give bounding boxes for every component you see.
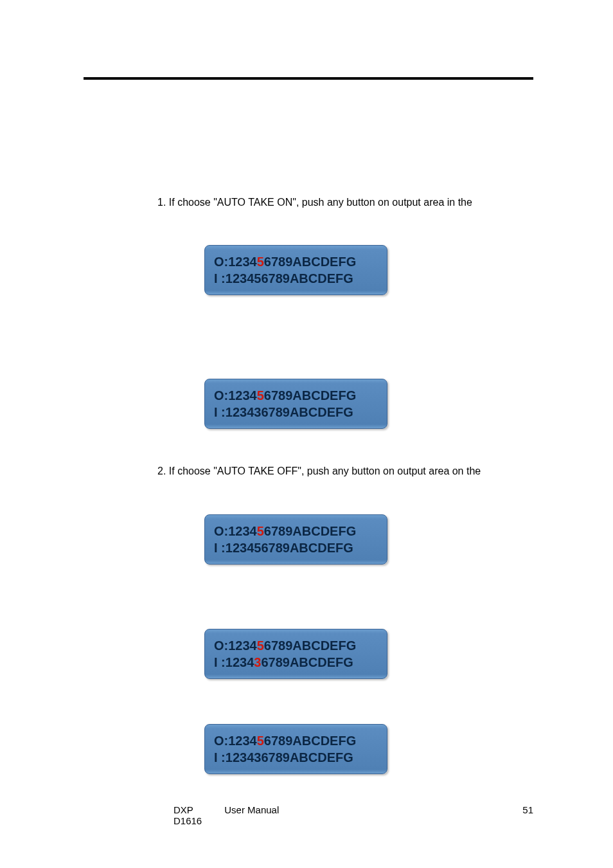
- footer-page-num: 51: [482, 804, 533, 826]
- footer-title: User Manual: [202, 804, 482, 826]
- lcd-o-hl: 5: [257, 734, 264, 748]
- lcd-i-hl: 3: [254, 655, 261, 669]
- lcd-o-pre: O:1234: [214, 255, 257, 269]
- lcd-i-pre: I :123436789ABCDEFG: [214, 405, 353, 419]
- page-content: 1. If choose "AUTO TAKE ON", push any bu…: [84, 77, 533, 809]
- lcd-screen-4: O:123456789ABCDEFG I :123436789ABCDEFG: [204, 629, 533, 679]
- lcd-display: O:123456789ABCDEFG I :123436789ABCDEFG: [204, 379, 387, 429]
- lcd-display: O:123456789ABCDEFG I :123436789ABCDEFG: [204, 724, 387, 774]
- header-rule: [84, 77, 533, 80]
- lcd-i-pre: I :123456789ABCDEFG: [214, 541, 353, 555]
- lcd-display: O:123456789ABCDEFG I :123436789ABCDEFG: [204, 629, 387, 679]
- lcd-screen-1: O:123456789ABCDEFG I :123456789ABCDEFG: [204, 245, 533, 295]
- lcd-o-pre: O:1234: [214, 638, 257, 653]
- lcd-i-pre: I :123456789ABCDEFG: [214, 271, 353, 285]
- lcd-o-pre: O:1234: [214, 388, 257, 402]
- lcd-o-pre: O:1234: [214, 524, 257, 538]
- lcd-screen-2: O:123456789ABCDEFG I :123436789ABCDEFG: [204, 379, 533, 429]
- lcd-display: O:123456789ABCDEFG I :123456789ABCDEFG: [204, 245, 387, 295]
- lcd-i-pre: I :123436789ABCDEFG: [214, 750, 353, 764]
- lcd-o-post: 6789ABCDEFG: [264, 524, 356, 538]
- lcd-o-hl: 5: [257, 255, 264, 269]
- paragraph-1: 1. If choose "AUTO TAKE ON", push any bu…: [157, 195, 533, 210]
- lcd-o-post: 6789ABCDEFG: [264, 255, 356, 269]
- lcd-o-post: 6789ABCDEFG: [264, 734, 356, 748]
- lcd-i-post: 6789ABCDEFG: [261, 655, 353, 669]
- lcd-o-post: 6789ABCDEFG: [264, 388, 356, 402]
- lcd-i-pre: I :1234: [214, 655, 254, 669]
- lcd-o-hl: 5: [257, 524, 264, 538]
- lcd-screen-5: O:123456789ABCDEFG I :123436789ABCDEFG: [204, 724, 533, 774]
- lcd-o-pre: O:1234: [214, 734, 257, 748]
- paragraph-2: 2. If choose "AUTO TAKE OFF", push any b…: [157, 464, 533, 478]
- page-footer: DXP D1616 User Manual 51: [84, 804, 533, 826]
- lcd-screen-3: O:123456789ABCDEFG I :123456789ABCDEFG: [204, 514, 533, 565]
- lcd-o-post: 6789ABCDEFG: [264, 638, 356, 653]
- lcd-display: O:123456789ABCDEFG I :123456789ABCDEFG: [204, 514, 387, 565]
- lcd-o-hl: 5: [257, 638, 264, 653]
- lcd-o-hl: 5: [257, 388, 264, 402]
- footer-model: DXP D1616: [84, 804, 202, 826]
